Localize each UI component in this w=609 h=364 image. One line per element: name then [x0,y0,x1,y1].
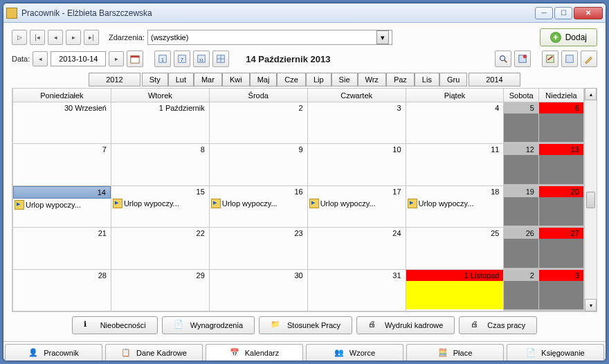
calendar-cell[interactable]: 27 [538,228,583,269]
month-button-gru[interactable]: Gru [439,73,467,87]
calendar-cell[interactable]: 7 [13,144,111,185]
date-next-button[interactable]: ▸ [109,51,124,66]
calendar-cell[interactable]: 5 [504,102,538,144]
calendar-cell[interactable]: 21 [13,228,111,269]
month-button-cze[interactable]: Cze [277,73,306,87]
calendar-cell[interactable]: 10 [307,144,406,185]
action-1-button[interactable] [514,51,531,67]
scroll-down-button[interactable]: ▾ [585,299,597,311]
search-button[interactable] [495,51,511,67]
month-button-paz[interactable]: Paz [386,73,415,87]
bottom-button-4[interactable]: 🖨Czas pracy [459,316,537,334]
view-7-button[interactable]: 7 [174,51,190,67]
tab-pracownik[interactable]: 👤Pracownik [5,344,102,361]
bottom-button-1[interactable]: 📄Wynagrodzenia [162,316,255,334]
day-header: Wtorek [111,89,209,102]
calendar-cell[interactable]: 28 [13,269,111,311]
date-input[interactable] [51,51,106,66]
calendar-event[interactable]: Urlop wypoczy... [111,199,209,208]
calendar-event[interactable]: Urlop wypoczy... [406,199,504,208]
calendar-cell[interactable]: 3 [307,102,406,144]
scroll-up-button[interactable]: ▴ [585,88,597,100]
nav-prev-button[interactable]: ◂ [48,30,63,45]
calendar-cell[interactable]: 12 [504,144,538,185]
calendar-event[interactable]: Urlop wypoczy... [308,199,406,208]
day-number: 2 [504,270,538,281]
calendar-cell[interactable]: 2 [209,102,307,144]
month-button-wrz[interactable]: Wrz [358,73,386,87]
month-button-maj[interactable]: Maj [250,73,278,87]
combo-dropdown-button[interactable]: ▾ [376,30,389,44]
calendar-cell[interactable]: 8 [111,144,209,185]
view-1-button[interactable]: 1 [154,51,171,67]
edit-button[interactable] [581,51,597,67]
month-button-sie[interactable]: Sie [331,73,358,87]
bottom-button-3[interactable]: 🖨Wydruki kadrowe [356,316,455,334]
month-button-mar[interactable]: Mar [194,73,222,87]
calendar-cell[interactable]: 22 [111,228,209,269]
month-button-lis[interactable]: Lis [415,73,439,87]
tab-icon: 📅 [230,348,239,357]
calendar-cell[interactable]: 14Urlop wypoczy... [13,185,111,227]
next-year-button[interactable]: 2014 [469,73,520,87]
calendar-cell[interactable]: 30 [209,269,307,311]
prev-year-button[interactable]: 2012 [89,73,140,87]
nav-first-button[interactable]: |◂ [30,30,45,45]
calendar-event[interactable]: Urlop wypoczy... [13,200,111,210]
nav-play-button[interactable]: ▷ [12,30,27,45]
events-filter-combo[interactable]: (wszystkie) ▾ [147,30,392,45]
calendar-cell[interactable]: 20 [538,185,583,227]
calendar-cell[interactable]: 25 [406,228,504,269]
calendar-cell[interactable]: 19 [504,185,538,227]
calendar-cell[interactable]: 24 [307,228,406,269]
calendar-cell[interactable]: 1 Listopad [406,269,504,311]
tab-kalendarz[interactable]: 📅Kalendarz [206,344,303,361]
calendar-event[interactable]: Urlop wypoczy... [210,199,307,208]
calendar-cell[interactable]: 17Urlop wypoczy... [307,185,406,227]
app-icon [6,8,17,19]
calendar-cell[interactable]: 29 [111,269,209,311]
minimize-button[interactable]: ─ [535,7,553,19]
month-button-lip[interactable]: Lip [306,73,331,87]
calendar-cell[interactable]: 11 [406,144,504,185]
tab-płace[interactable]: 🧮Płace [406,344,504,361]
view-grid-button[interactable] [212,51,229,67]
calendar-cell[interactable]: 13 [538,144,583,185]
month-button-lut[interactable]: Lut [168,73,194,87]
scroll-thumb[interactable] [586,192,595,208]
bottom-button-0[interactable]: ℹNieobecności [72,316,158,334]
view-31-button[interactable]: 31 [193,51,210,67]
vertical-scrollbar[interactable]: ▴ ▾ [584,88,597,311]
calendar-cell[interactable]: 31 [307,269,406,311]
action-2-button[interactable] [542,51,558,67]
day-number: 15 [111,186,209,197]
month-button-sty[interactable]: Sty [142,73,168,87]
calendar-cell[interactable]: 16Urlop wypoczy... [209,185,307,227]
calendar-cell[interactable]: 30 Wrzesień [13,102,111,144]
nav-next-button[interactable]: ▸ [66,30,81,45]
calendar-cell[interactable]: 1 Październik [111,102,209,144]
calendar-cell[interactable]: 4 [406,102,504,144]
calendar-picker-button[interactable] [127,51,143,67]
bottom-button-2[interactable]: 📁Stosunek Pracy [259,316,352,334]
tab-wzorce[interactable]: 👥Wzorce [306,344,403,361]
calendar-cell[interactable]: 6 [538,102,583,144]
calendar-cell[interactable]: 26 [504,228,538,269]
calendar-cell[interactable]: 18Urlop wypoczy... [406,185,504,227]
nav-last-button[interactable]: ▸| [84,30,99,45]
action-3-button[interactable] [561,51,578,67]
calendar-cell[interactable]: 3 [538,269,583,311]
tab-dane kadrowe[interactable]: 📋Dane Kadrowe [105,344,203,361]
calendar-cell[interactable]: 23 [209,228,307,269]
calendar-cell[interactable]: 2 [504,269,538,311]
add-button[interactable]: + Dodaj [540,28,597,46]
maximize-button[interactable]: ☐ [554,7,572,19]
tab-księgowanie[interactable]: 📄Księgowanie [507,344,604,361]
close-button[interactable]: ✕ [574,7,603,19]
svg-point-11 [500,56,505,61]
date-prev-button[interactable]: ◂ [33,51,48,66]
toolbar-events: ▷ |◂ ◂ ▸ ▸| Zdarzenia: (wszystkie) ▾ + D… [12,28,597,46]
month-button-kwi[interactable]: Kwi [222,73,250,87]
calendar-cell[interactable]: 9 [209,144,307,185]
calendar-cell[interactable]: 15Urlop wypoczy... [111,185,209,227]
